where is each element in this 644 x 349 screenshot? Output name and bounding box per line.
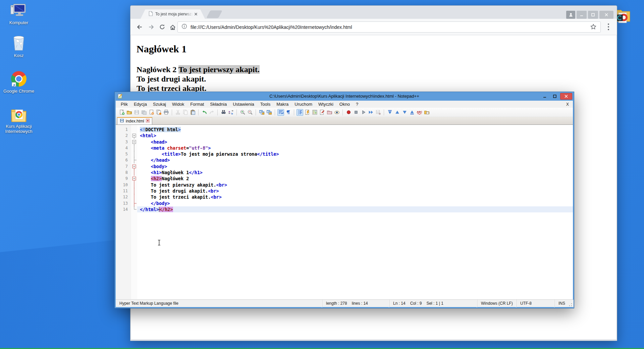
goto-bottom-icon[interactable]: [409, 109, 415, 116]
desktop-icon-komputer[interactable]: Komputer: [1, 2, 36, 25]
project-panel-icon[interactable]: [326, 109, 333, 116]
new-file-icon[interactable]: [118, 109, 125, 116]
zoom-in-icon[interactable]: [239, 109, 246, 116]
menu-item-?[interactable]: ?: [353, 102, 361, 107]
browser-maximize-button[interactable]: [588, 11, 598, 19]
code-editor[interactable]: 1<!DOCTYPE html>2<html>3 <head>4 <meta c…: [116, 125, 573, 299]
browser-minimize-button[interactable]: [577, 11, 587, 19]
code-text[interactable]: <meta charset="utf-8">: [137, 145, 211, 151]
menu-item-skadnia[interactable]: Składnia: [207, 102, 230, 107]
replace-icon[interactable]: ab: [227, 109, 234, 116]
move-up-icon[interactable]: [394, 109, 400, 116]
fold-toggle-icon[interactable]: [131, 139, 137, 145]
resize-grip[interactable]: [569, 303, 573, 307]
line-number: 12: [116, 194, 131, 200]
show-all-chars-icon[interactable]: [285, 109, 291, 116]
code-text[interactable]: <html>: [137, 133, 156, 139]
open-file-icon[interactable]: [126, 109, 132, 116]
profile-icon[interactable]: [566, 11, 575, 19]
save-icon[interactable]: [133, 109, 140, 116]
menu-item-tools[interactable]: Tools: [257, 102, 273, 107]
move-down-icon[interactable]: [401, 109, 408, 116]
undo-icon[interactable]: [201, 109, 208, 116]
macro-record-icon[interactable]: [345, 109, 352, 116]
close-all-icon[interactable]: [155, 109, 162, 116]
menu-item-ustawienia[interactable]: Ustawienia: [230, 102, 257, 107]
menu-item-plik[interactable]: Plik: [118, 102, 131, 107]
menu-item-wtyczki[interactable]: Wtyczki: [315, 102, 336, 107]
fold-margin-mark: [131, 145, 137, 151]
forward-icon[interactable]: [147, 22, 156, 32]
menu-item-okno[interactable]: Okno: [336, 102, 353, 107]
close-file-icon[interactable]: [148, 109, 155, 116]
partially-hidden-desktop-icon[interactable]: [615, 6, 631, 43]
notepad-minimize-button[interactable]: [540, 93, 549, 100]
doc-switcher-icon[interactable]: [319, 109, 325, 116]
desktop-icon-kosz[interactable]: Kosz: [1, 35, 36, 58]
fold-toggle-icon[interactable]: [131, 163, 137, 169]
code-text[interactable]: </head>: [137, 157, 170, 163]
notepad-maximize-button[interactable]: [550, 93, 559, 100]
macro-play-icon[interactable]: [360, 109, 367, 116]
redo-icon[interactable]: [208, 109, 215, 116]
fold-toggle-icon[interactable]: [131, 133, 137, 139]
doc-map-icon[interactable]: [311, 109, 318, 116]
paste-icon[interactable]: [189, 109, 196, 116]
code-text[interactable]: <h1>Nagłówek 1</h1>: [137, 169, 203, 176]
document-tab-close-icon[interactable]: [146, 119, 150, 123]
fold-toggle-icon[interactable]: [131, 176, 137, 182]
code-text[interactable]: <head>: [137, 139, 167, 145]
menu-item-makra[interactable]: Makra: [273, 102, 291, 107]
code-text[interactable]: <h2>Nagłówek 2: [137, 176, 189, 182]
code-text[interactable]: To jest trzeci akapit.<br>: [137, 194, 222, 200]
notepad-title-bar[interactable]: C:\Users\Admin\Desktop\Kurs Aplikacji In…: [115, 92, 574, 101]
code-text[interactable]: </html></h2>: [137, 206, 173, 212]
code-text[interactable]: <!DOCTYPE html>: [137, 127, 181, 133]
browser-tab[interactable]: To jest moja pierwsza str: [141, 9, 205, 19]
macro-stop-icon[interactable]: [353, 109, 359, 116]
save-all-icon[interactable]: [141, 109, 147, 116]
browser-close-button[interactable]: [599, 11, 613, 19]
code-text[interactable]: <title>To jest moja pierwsza strona</tit…: [137, 151, 279, 157]
tab-close-icon[interactable]: [194, 12, 198, 17]
reload-icon[interactable]: [158, 22, 167, 32]
menu-dots-icon[interactable]: [607, 23, 609, 32]
copy-icon[interactable]: [182, 109, 189, 116]
indent-guide-icon[interactable]: [297, 109, 303, 116]
find-icon[interactable]: [220, 109, 227, 116]
menu-item-widok[interactable]: Widok: [169, 102, 187, 107]
function-list-icon[interactable]: [304, 109, 311, 116]
code-text[interactable]: </body>: [137, 200, 170, 206]
menu-item-format[interactable]: Format: [187, 102, 207, 107]
info-icon[interactable]: [181, 23, 187, 31]
document-tab-index-html[interactable]: index.html: [117, 117, 152, 124]
code-text[interactable]: <body>: [137, 163, 167, 169]
cut-icon[interactable]: [174, 109, 181, 116]
word-wrap-icon[interactable]: [277, 109, 284, 116]
print-icon[interactable]: [163, 109, 169, 116]
code-text[interactable]: To jest pierwszy akapit.<br>: [137, 182, 227, 188]
menu-item-szukaj[interactable]: Szukaj: [150, 102, 169, 107]
address-bar[interactable]: file:///C:/Users/Admin/Desktop/Kurs%20Ap…: [177, 21, 601, 33]
menu-item-uruchom[interactable]: Uruchom: [291, 102, 315, 107]
notepad-close-button[interactable]: [560, 93, 572, 100]
view-current-file-icon[interactable]: [333, 109, 340, 116]
saved-file-icon: [120, 118, 124, 124]
macro-save-icon[interactable]: [375, 109, 381, 116]
zoom-out-icon[interactable]: [247, 109, 253, 116]
code-text[interactable]: To jest drugi akapit.<br>: [137, 188, 219, 194]
goto-top-icon[interactable]: [386, 109, 393, 116]
doc-monitor-icon[interactable]: [423, 109, 430, 116]
desktop-icon-google-chrome[interactable]: Google Chrome: [1, 70, 36, 94]
desktop-icon-kurs-folder[interactable]: Kurs Aplikacji Internetowych: [1, 106, 36, 134]
macro-run-multiple-icon[interactable]: [367, 109, 374, 116]
new-tab-button[interactable]: [206, 10, 222, 18]
back-icon[interactable]: [135, 22, 144, 32]
sync-scroll-v-icon[interactable]: [258, 109, 265, 116]
home-icon[interactable]: [168, 22, 177, 32]
menu-bar-close-button[interactable]: X: [566, 102, 569, 107]
spell-check-icon[interactable]: ABC: [416, 109, 423, 116]
menu-item-edycja[interactable]: Edycja: [131, 102, 150, 107]
sync-scroll-h-icon[interactable]: [266, 109, 272, 116]
star-icon[interactable]: [590, 23, 597, 32]
